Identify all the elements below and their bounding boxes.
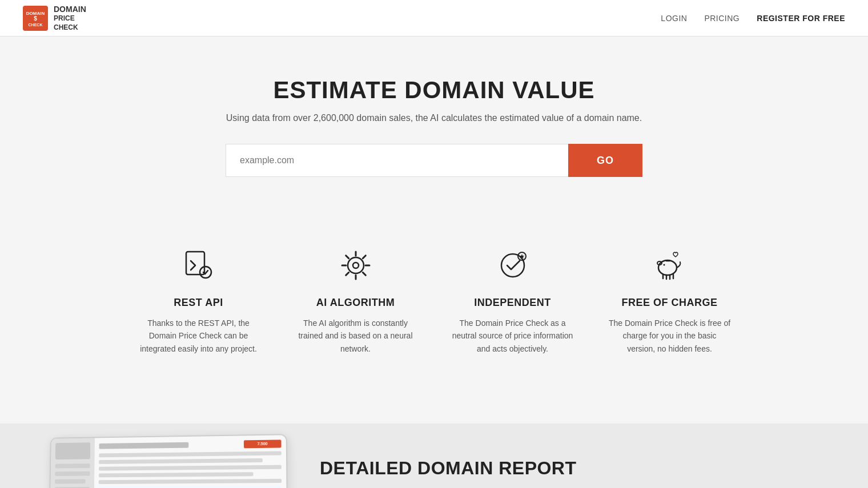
rest-api-title: REST API bbox=[137, 297, 260, 309]
nav-register[interactable]: REGISTER FOR FREE bbox=[757, 14, 845, 23]
svg-point-6 bbox=[348, 257, 364, 273]
tablet-sidebar bbox=[49, 438, 95, 488]
svg-text:$: $ bbox=[34, 15, 37, 22]
feature-rest-api: REST API Thanks to the REST API, the Dom… bbox=[126, 234, 271, 372]
svg-rect-4 bbox=[186, 252, 204, 275]
svg-line-12 bbox=[345, 256, 348, 259]
free-of-charge-desc: The Domain Price Check is free of charge… bbox=[608, 317, 731, 355]
logo[interactable]: DOMAIN $ CHECK DOMAIN PRICE CHECK bbox=[23, 4, 86, 32]
svg-text:CHECK: CHECK bbox=[29, 23, 43, 27]
feature-ai-algorithm: AI ALGORITHM The AI algorithm is constan… bbox=[283, 234, 428, 372]
nav-links: LOGIN PRICING REGISTER FOR FREE bbox=[661, 14, 845, 23]
nav-pricing[interactable]: PRICING bbox=[704, 14, 740, 23]
tablet-mockup: 7.500 bbox=[47, 434, 289, 488]
nav-login[interactable]: LOGIN bbox=[661, 14, 687, 23]
free-of-charge-title: FREE OF CHARGE bbox=[608, 297, 731, 309]
independent-title: INDEPENDENT bbox=[451, 297, 574, 309]
svg-point-20 bbox=[663, 264, 665, 266]
hero-section: ESTIMATE DOMAIN VALUE Using data from ov… bbox=[0, 37, 868, 211]
bottom-title: DETAILED DOMAIN REPORT bbox=[320, 458, 822, 479]
svg-line-14 bbox=[363, 256, 365, 259]
rest-api-icon bbox=[179, 245, 219, 285]
independent-icon bbox=[493, 245, 533, 285]
tablet-mockup-container: 7.500 bbox=[0, 424, 286, 488]
domain-search-input[interactable] bbox=[226, 144, 568, 177]
bottom-section: 7.500 bbox=[0, 424, 868, 488]
feature-independent: INDEPENDENT The Domain Price Check as a … bbox=[440, 234, 585, 372]
hero-subtitle: Using data from over 2,600,000 domain sa… bbox=[11, 113, 857, 123]
svg-line-15 bbox=[345, 272, 348, 275]
search-go-button[interactable]: GO bbox=[568, 144, 642, 177]
hero-title: ESTIMATE DOMAIN VALUE bbox=[11, 76, 857, 104]
bottom-text: DETAILED DOMAIN REPORT The analysis tool… bbox=[286, 424, 868, 488]
logo-text: DOMAIN PRICE CHECK bbox=[54, 4, 86, 32]
svg-line-13 bbox=[363, 272, 365, 275]
ai-algorithm-title: AI ALGORITHM bbox=[294, 297, 417, 309]
tablet-screen: 7.500 bbox=[49, 435, 288, 488]
search-bar: GO bbox=[226, 144, 642, 177]
independent-desc: The Domain Price Check as a neutral sour… bbox=[451, 317, 574, 355]
navbar: DOMAIN $ CHECK DOMAIN PRICE CHECK LOGIN … bbox=[0, 0, 868, 37]
feature-free-of-charge: FREE OF CHARGE The Domain Price Check is… bbox=[597, 234, 742, 372]
rest-api-desc: Thanks to the REST API, the Domain Price… bbox=[137, 317, 260, 355]
tablet-content: 7.500 bbox=[93, 435, 287, 488]
features-grid: REST API Thanks to the REST API, the Dom… bbox=[91, 211, 777, 406]
free-of-charge-icon bbox=[650, 245, 690, 285]
logo-icon: DOMAIN $ CHECK bbox=[23, 6, 48, 31]
ai-algorithm-icon bbox=[336, 245, 376, 285]
svg-point-7 bbox=[353, 263, 359, 268]
ai-algorithm-desc: The AI algorithm is constantly trained a… bbox=[294, 317, 417, 355]
